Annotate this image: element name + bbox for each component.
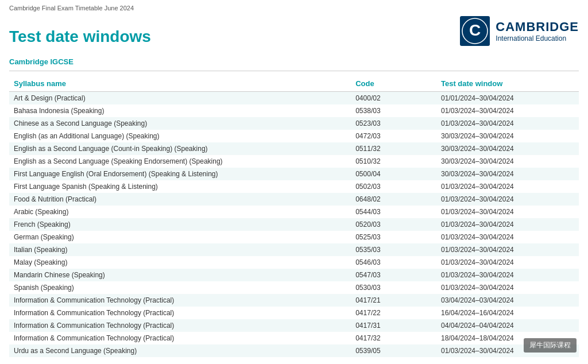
syllabus-cell: German (Speaking) (9, 231, 351, 243)
syllabus-cell: Food & Nutrition (Practical) (9, 193, 351, 206)
col-header-code: Code (351, 76, 436, 92)
table-row: Art & Design (Practical)0400/0201/01/202… (9, 92, 579, 105)
syllabus-cell: Bahasa Indonesia (Speaking) (9, 104, 351, 117)
syllabus-cell: First Language English (Oral Endorsement… (9, 168, 351, 180)
syllabus-cell: Mandarin Chinese (Speaking) (9, 269, 351, 281)
date-cell: 30/03/2024–30/04/2024 (436, 130, 579, 142)
date-cell: 30/03/2024–30/04/2024 (436, 142, 579, 155)
date-cell: 18/04/2024–18/04/2024 (436, 332, 579, 344)
date-cell: 01/01/2024–30/04/2024 (436, 92, 579, 105)
table-body: Art & Design (Practical)0400/0201/01/202… (9, 92, 579, 358)
date-cell: 30/03/2024–30/04/2024 (436, 155, 579, 168)
date-cell: 04/04/2024–04/04/2024 (436, 319, 579, 332)
table-row: French (Speaking)0520/0301/03/2024–30/04… (9, 218, 579, 231)
code-cell: 0523/03 (351, 117, 436, 130)
date-cell: 30/03/2024–30/04/2024 (436, 168, 579, 180)
code-cell: 0538/03 (351, 104, 436, 117)
table-row: English (as an Additional Language) (Spe… (9, 130, 579, 142)
syllabus-cell: French (Speaking) (9, 218, 351, 231)
section-divider (9, 71, 579, 71)
logo-sub-text: International Education (496, 34, 566, 42)
code-cell: 0502/03 (351, 180, 436, 193)
syllabus-cell: Urdu as a Second Language (Speaking) (9, 344, 351, 357)
table-row: Chinese as a Second Language (Speaking)0… (9, 117, 579, 130)
code-cell: 0511/32 (351, 142, 436, 155)
section-header: Cambridge IGCSE (0, 53, 588, 68)
cambridge-emblem-icon: C (460, 16, 490, 46)
table-row: English as a Second Language (Speaking E… (9, 155, 579, 168)
date-cell: 01/03/2024–30/04/2024 (436, 206, 579, 218)
code-cell: 0417/32 (351, 332, 436, 344)
code-cell: 0648/02 (351, 193, 436, 206)
code-cell: 0417/22 (351, 307, 436, 319)
col-header-date: Test date window (436, 76, 579, 92)
table-row: First Language Spanish (Speaking & Liste… (9, 180, 579, 193)
table-row: Food & Nutrition (Practical)0648/0201/03… (9, 193, 579, 206)
table-row: Information & Communication Technology (… (9, 307, 579, 319)
svg-text:C: C (469, 21, 481, 39)
table-row: Information & Communication Technology (… (9, 332, 579, 344)
col-header-syllabus: Syllabus name (9, 76, 351, 92)
code-cell: 0539/05 (351, 344, 436, 357)
code-cell: 0547/03 (351, 269, 436, 281)
table-row: Urdu as a Second Language (Speaking)0539… (9, 344, 579, 357)
date-cell: 01/03/2024–30/04/2024 (436, 344, 579, 357)
syllabus-cell: Arabic (Speaking) (9, 206, 351, 218)
code-cell: 0544/03 (351, 206, 436, 218)
syllabus-cell: Information & Communication Technology (… (9, 307, 351, 319)
code-cell: 0530/03 (351, 281, 436, 294)
date-cell: 01/03/2024–30/04/2024 (436, 231, 579, 243)
syllabus-cell: Information & Communication Technology (… (9, 294, 351, 307)
cambridge-logo: C CAMBRIDGE International Education (460, 16, 579, 46)
date-cell: 01/03/2024–30/04/2024 (436, 269, 579, 281)
table-row: Spanish (Speaking)0530/0301/03/2024–30/0… (9, 281, 579, 294)
table-row: English as a Second Language (Count-in S… (9, 142, 579, 155)
code-cell: 0525/03 (351, 231, 436, 243)
date-cell: 01/03/2024–30/04/2024 (436, 218, 579, 231)
subtitle-text: Cambridge Final Exam Timetable June 2024 (9, 5, 134, 11)
page-title-section: Test date windows C CAMBRIDGE Internatio… (0, 14, 588, 53)
date-cell: 16/04/2024–16/04/2024 (436, 307, 579, 319)
logo-text: CAMBRIDGE International Education (496, 20, 579, 42)
syllabus-cell: Information & Communication Technology (… (9, 319, 351, 332)
syllabus-cell: English as a Second Language (Speaking E… (9, 155, 351, 168)
code-cell: 0546/03 (351, 256, 436, 269)
table-row: Italian (Speaking)0535/0301/03/2024–30/0… (9, 243, 579, 256)
syllabus-cell: Information & Communication Technology (… (9, 332, 351, 344)
table-row: Arabic (Speaking)0544/0301/03/2024–30/04… (9, 206, 579, 218)
code-cell: 0510/32 (351, 155, 436, 168)
page-title: Test date windows (9, 28, 151, 46)
top-bar: Cambridge Final Exam Timetable June 2024 (0, 0, 588, 14)
table-header-row: Syllabus name Code Test date window (9, 76, 579, 92)
date-cell: 01/03/2024–30/04/2024 (436, 117, 579, 130)
table-row: Bahasa Indonesia (Speaking)0538/0301/03/… (9, 104, 579, 117)
code-cell: 0535/03 (351, 243, 436, 256)
syllabus-cell: Chinese as a Second Language (Speaking) (9, 117, 351, 130)
timetable: Syllabus name Code Test date window Art … (9, 76, 579, 357)
syllabus-cell: English (as an Additional Language) (Spe… (9, 130, 351, 142)
date-cell: 03/04/2024–03/04/2024 (436, 294, 579, 307)
table-row: Information & Communication Technology (… (9, 294, 579, 307)
date-cell: 01/03/2024–30/04/2024 (436, 256, 579, 269)
syllabus-cell: Italian (Speaking) (9, 243, 351, 256)
syllabus-cell: Spanish (Speaking) (9, 281, 351, 294)
date-cell: 01/03/2024–30/04/2024 (436, 180, 579, 193)
table-row: First Language English (Oral Endorsement… (9, 168, 579, 180)
date-cell: 01/03/2024–30/04/2024 (436, 243, 579, 256)
syllabus-cell: Art & Design (Practical) (9, 92, 351, 105)
table-row: Mandarin Chinese (Speaking)0547/0301/03/… (9, 269, 579, 281)
code-cell: 0500/04 (351, 168, 436, 180)
table-row: German (Speaking)0525/0301/03/2024–30/04… (9, 231, 579, 243)
code-cell: 0520/03 (351, 218, 436, 231)
date-cell: 01/03/2024–30/04/2024 (436, 104, 579, 117)
syllabus-cell: Malay (Speaking) (9, 256, 351, 269)
code-cell: 0400/02 (351, 92, 436, 105)
table-container: Syllabus name Code Test date window Art … (0, 76, 588, 357)
syllabus-cell: First Language Spanish (Speaking & Liste… (9, 180, 351, 193)
table-row: Information & Communication Technology (… (9, 319, 579, 332)
code-cell: 0472/03 (351, 130, 436, 142)
date-cell: 01/03/2024–30/04/2024 (436, 281, 579, 294)
date-cell: 01/03/2024–30/04/2024 (436, 193, 579, 206)
table-row: Malay (Speaking)0546/0301/03/2024–30/04/… (9, 256, 579, 269)
syllabus-cell: English as a Second Language (Count-in S… (9, 142, 351, 155)
